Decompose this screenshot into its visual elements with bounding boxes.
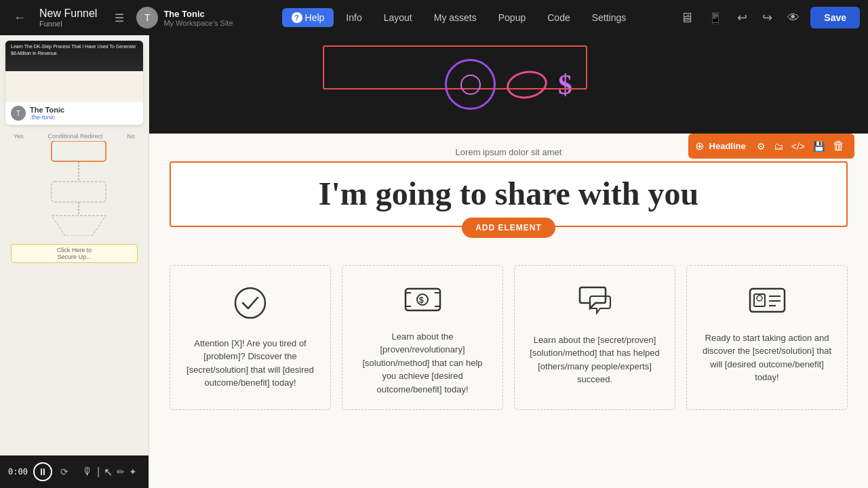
redo-button[interactable]: ↪ xyxy=(758,7,776,28)
move-icon: ⊕ xyxy=(695,140,704,152)
headline-toolbar: ⊕ Headline ⚙ 🗂 </> 💾 🗑 xyxy=(688,134,854,159)
funnel-card[interactable]: Learn The DK-Step Process That I Have Us… xyxy=(5,41,143,125)
funnel-flow-area: Yes Conditional Redirect No xyxy=(5,130,143,304)
svg-point-14 xyxy=(757,296,762,301)
project-name: New Funnel xyxy=(39,7,97,20)
feature-card-4: Ready to start taking action and discove… xyxy=(686,265,848,411)
flow-yes-label: Yes xyxy=(14,133,24,140)
workspace-info: T The Tonic My Workspace's Site xyxy=(136,7,233,28)
time-display: 0:00 xyxy=(8,467,28,476)
svg-rect-0 xyxy=(52,141,106,161)
layers-icon[interactable]: 🗂 xyxy=(771,140,786,153)
tab-my-assets[interactable]: My assets xyxy=(425,8,486,27)
flow-no-label: No xyxy=(127,133,135,140)
top-navigation: ← New Funnel Funnel ☰ T The Tonic My Wor… xyxy=(0,0,868,35)
feature-icon-1 xyxy=(184,286,317,326)
main-headline-text: I'm going to share with you xyxy=(184,176,833,212)
tab-help-label: Help xyxy=(305,12,325,23)
tab-popup[interactable]: Popup xyxy=(489,8,535,27)
left-sidebar: Learn The DK-Step Process That I Have Us… xyxy=(0,35,149,488)
funnel-preview: Learn The DK-Step Process That I Have Us… xyxy=(0,35,149,488)
svg-text:$: $ xyxy=(419,296,424,305)
funnel-card-image: Learn The DK-Step Process That I Have Us… xyxy=(5,41,143,102)
funnel-card-text: Learn The DK-Step Process That I Have Us… xyxy=(11,43,138,57)
mic-button[interactable]: 🎙 xyxy=(82,466,93,478)
save-element-icon[interactable]: 💾 xyxy=(810,140,827,153)
nav-tabs: ? Help Info Layout My assets Popup Code … xyxy=(250,8,669,27)
svg-point-4 xyxy=(235,288,265,318)
delete-icon[interactable]: 🗑 xyxy=(830,138,848,155)
tab-code[interactable]: Code xyxy=(538,8,579,27)
separator1: | xyxy=(97,466,100,478)
popup-indicator: Click Here toSecure Up... xyxy=(11,244,138,263)
hamburger-button[interactable]: ☰ xyxy=(111,9,128,27)
mobile-view-button[interactable]: 📱 xyxy=(705,9,726,27)
hero-circle-left xyxy=(445,59,496,110)
feature-text-1: Attention [X]! Are you tired of [problem… xyxy=(184,337,317,390)
preview-button[interactable]: 👁 xyxy=(783,8,804,28)
funnel-flow-svg xyxy=(11,141,143,236)
feature-card-2: $ Learn about the [proven/revolutionary]… xyxy=(342,265,503,411)
pause-button[interactable]: ⏸ xyxy=(33,462,52,481)
svg-rect-2 xyxy=(52,182,106,202)
code-icon[interactable]: </> xyxy=(789,140,808,153)
hero-area: $ xyxy=(445,59,572,110)
feature-cards: Attention [X]! Are you tired of [problem… xyxy=(170,265,848,411)
tab-help[interactable]: ? Help xyxy=(282,8,334,27)
add-element-button[interactable]: ADD ELEMENT xyxy=(462,218,555,238)
workspace-name: The Tonic xyxy=(163,9,233,19)
loop-button[interactable]: ⟳ xyxy=(58,464,71,480)
project-type: Funnel xyxy=(39,20,97,28)
save-button[interactable]: Save xyxy=(810,7,860,28)
bottom-video-bar: 0:00 ⏸ ⟳ 🎙 | ↖ ✏ ✦ xyxy=(0,455,149,488)
feature-icon-2: $ xyxy=(356,286,489,319)
feature-text-2: Learn about the [proven/revolutionary] [… xyxy=(356,330,489,396)
drawing-tools: 🎙 | ↖ ✏ ✦ xyxy=(82,466,137,479)
project-info: New Funnel Funnel xyxy=(39,7,97,28)
cursor-tool[interactable]: ↖ xyxy=(104,466,113,479)
feature-icon-3 xyxy=(528,286,661,323)
feature-icon-4 xyxy=(701,286,833,321)
tab-layout[interactable]: Layout xyxy=(374,8,422,27)
help-icon: ? xyxy=(292,12,302,23)
nav-right-controls: 🖥 📱 ↩ ↪ 👁 Save xyxy=(676,7,860,28)
funnel-card-footer: T The Tonic .the-tonic xyxy=(5,102,143,125)
workspace-avatar: T xyxy=(136,7,158,28)
funnel-card-avatar: T xyxy=(11,106,26,121)
erase-tool[interactable]: ✦ xyxy=(129,466,137,477)
feature-card-1: Attention [X]! Are you tired of [problem… xyxy=(170,265,331,411)
canvas-area[interactable]: $ ⊕ Headline ⚙ 🗂 </> 💾 🗑 Lorem ipsum dol… xyxy=(149,35,868,488)
feature-text-3: Learn about the [secret/proven] [solutio… xyxy=(528,333,661,386)
feature-card-3: Learn about the [secret/proven] [solutio… xyxy=(514,265,675,411)
tab-info[interactable]: Info xyxy=(336,8,371,27)
tab-settings[interactable]: Settings xyxy=(583,8,636,27)
back-button[interactable]: ← xyxy=(8,8,31,28)
main-layout: Learn The DK-Step Process That I Have Us… xyxy=(0,35,868,488)
feature-text-4: Ready to start taking action and discove… xyxy=(701,331,833,384)
canvas-dark-top: $ xyxy=(149,35,868,134)
settings-icon[interactable]: ⚙ xyxy=(754,140,768,153)
flow-conditional-label: Conditional Redirect xyxy=(48,133,103,140)
canvas-content: ⊕ Headline ⚙ 🗂 </> 💾 🗑 Lorem ipsum dolor… xyxy=(149,134,868,488)
desktop-view-button[interactable]: 🖥 xyxy=(676,7,698,28)
workspace-site: My Workspace's Site xyxy=(163,19,233,27)
undo-button[interactable]: ↩ xyxy=(733,7,751,28)
pen-tool[interactable]: ✏ xyxy=(117,466,125,477)
